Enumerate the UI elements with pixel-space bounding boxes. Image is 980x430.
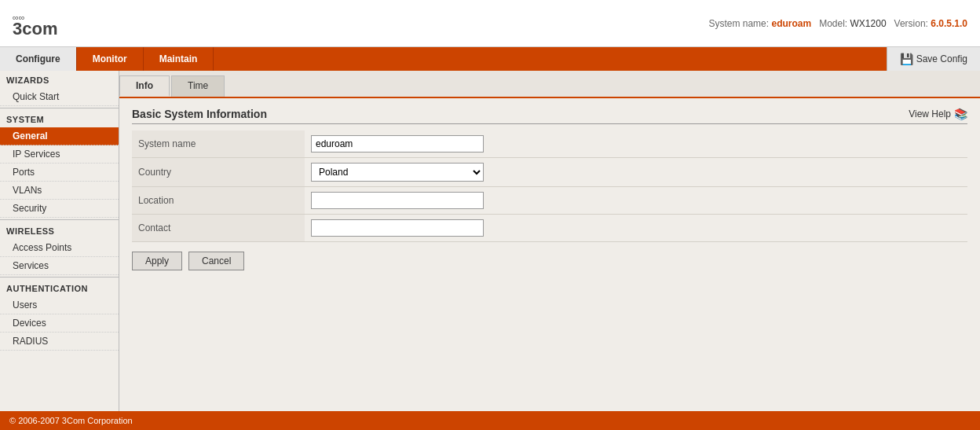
sidebar-item-ports[interactable]: Ports [0,164,119,182]
section-header-authentication: AUTHENTICATION [0,279,119,296]
section-title: Basic System Information [132,108,267,120]
apply-button[interactable]: Apply [132,252,182,270]
form-row-contact: Contact [132,215,967,242]
version-label: Version: [894,18,928,29]
sidebar-item-devices[interactable]: Devices [0,314,119,333]
svg-text:3com: 3com [13,19,57,39]
input-cell-country: Poland Germany France United Kingdom Uni… [305,158,967,187]
sidebar-item-vlans[interactable]: VLANs [0,182,119,200]
cancel-button[interactable]: Cancel [188,252,244,270]
copyright-text: © 2006-2007 3Com Corporation [9,416,133,425]
sidebar-item-security[interactable]: Security [0,200,119,218]
logo-svg: ∞∞ 3com [13,8,75,39]
save-config-label: Save Config [916,53,967,64]
footer: © 2006-2007 3Com Corporation [0,411,980,430]
sidebar-item-access-points[interactable]: Access Points [0,239,119,257]
section-title-bar: Basic System Information View Help 📚 [132,108,967,124]
sidebar-item-services-wireless[interactable]: Services [0,257,119,275]
tab-bar: Info Time [119,71,980,98]
location-input[interactable] [311,192,484,209]
system-name-input[interactable] [311,135,484,153]
view-help-button[interactable]: View Help 📚 [909,108,967,120]
tab-info[interactable]: Info [119,75,170,97]
model-label: Model: [819,18,847,29]
nav-maintain[interactable]: Maintain [144,47,214,71]
input-cell-system-name [305,130,967,158]
sidebar: WIZARDS Quick Start SYSTEM General IP Se… [0,71,119,411]
form-table: System name Country Poland Germany Franc… [132,130,967,242]
main-layout: WIZARDS Quick Start SYSTEM General IP Se… [0,71,980,411]
version-value: 6.0.5.1.0 [931,18,967,29]
tab-time[interactable]: Time [171,75,225,97]
logo-area: ∞∞ 3com [13,8,75,39]
input-cell-contact [305,215,967,242]
sidebar-item-general[interactable]: General [0,127,119,145]
divider-3 [0,277,119,277]
divider-1 [0,108,119,108]
label-country: Country [132,158,305,187]
contact-input[interactable] [311,219,484,237]
sidebar-item-radius[interactable]: RADIUS [0,333,119,351]
form-row-location: Location [132,187,967,215]
divider-2 [0,219,119,220]
model-value: WX1200 [850,18,887,29]
nav-configure[interactable]: Configure [0,47,77,71]
logo: ∞∞ 3com [13,8,75,39]
system-name-label: System name: [708,18,769,29]
save-config-button[interactable]: 💾 Save Config [887,47,980,71]
save-icon: 💾 [900,53,913,65]
form-row-country: Country Poland Germany France United Kin… [132,158,967,187]
system-info: System name: eduroam Model: WX1200 Versi… [708,18,967,29]
top-nav: Configure Monitor Maintain 💾 Save Config [0,47,980,71]
form-row-system-name: System name [132,130,967,158]
section-header-system: SYSTEM [0,110,119,127]
header: ∞∞ 3com System name: eduroam Model: WX12… [0,0,980,47]
system-name-value: eduroam [771,18,811,29]
view-help-label: View Help [909,108,951,119]
country-select[interactable]: Poland Germany France United Kingdom Uni… [311,163,484,182]
sidebar-item-users[interactable]: Users [0,296,119,314]
help-book-icon: 📚 [954,108,967,120]
label-system-name: System name [132,130,305,158]
label-contact: Contact [132,215,305,242]
button-row: Apply Cancel [132,252,967,270]
section-header-wizards: WIZARDS [0,71,119,88]
label-location: Location [132,187,305,215]
sidebar-item-quick-start[interactable]: Quick Start [0,88,119,106]
content-body: Basic System Information View Help 📚 Sys… [119,98,980,280]
nav-monitor[interactable]: Monitor [77,47,144,71]
sidebar-item-ip-services[interactable]: IP Services [0,145,119,164]
input-cell-location [305,187,967,215]
section-header-wireless: WIRELESS [0,222,119,239]
content-area: Info Time Basic System Information View … [119,71,980,411]
